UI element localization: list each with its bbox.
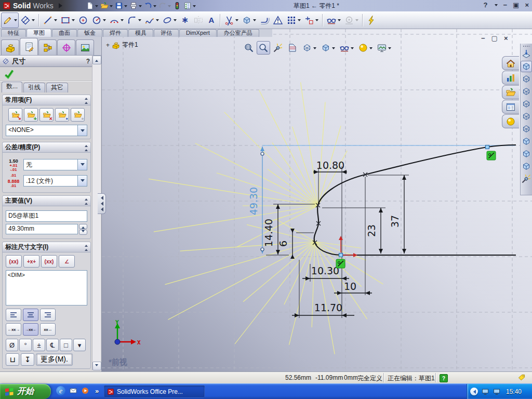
command-tab[interactable]: 办公室产品	[217, 29, 259, 37]
doc-minimize-button[interactable]: −	[481, 34, 485, 42]
command-tab[interactable]: DimXpert	[179, 29, 217, 37]
ellipse-button[interactable]	[161, 12, 178, 28]
appearances-scenes-tab[interactable]	[502, 114, 519, 128]
show-desktop-icon[interactable]	[69, 387, 77, 395]
zoom-to-fit-button[interactable]	[242, 41, 256, 55]
collapse-chevron-icon[interactable]	[85, 143, 88, 151]
command-tab[interactable]: 钣金	[77, 29, 102, 37]
help-dropdown-icon[interactable]	[495, 4, 498, 8]
file-explorer-tab[interactable]	[502, 85, 519, 99]
align-right-button[interactable]	[40, 309, 56, 321]
dimension-name-input[interactable]: D5@草图1	[6, 210, 87, 222]
circle-button[interactable]	[90, 12, 108, 28]
align-left-button[interactable]	[6, 309, 21, 321]
front-view-button[interactable]	[521, 73, 532, 85]
endpoint-grip[interactable]	[486, 145, 489, 149]
normal-to-button[interactable]	[521, 48, 532, 60]
relation-badge-tangent[interactable]	[487, 151, 496, 160]
scroll-down-button[interactable]	[92, 362, 101, 370]
arc-button[interactable]	[108, 12, 125, 28]
configuration-manager-tab[interactable]	[38, 39, 57, 55]
doc-restore-button[interactable]: ▢	[491, 34, 498, 42]
annotation-button[interactable]	[271, 12, 285, 28]
command-tab[interactable]: 评估	[154, 29, 179, 37]
align-center-button[interactable]	[23, 309, 38, 321]
dimension-text-option-button[interactable]: (xx)	[6, 255, 22, 268]
doc-close-button[interactable]: ×	[504, 34, 508, 42]
hole-symbol-button[interactable]: ⊔	[6, 353, 19, 366]
symbol-button[interactable]: □	[60, 339, 72, 351]
favorites-dropdown[interactable]: <NONE>	[6, 125, 87, 136]
zoom-to-area-button[interactable]	[257, 41, 270, 55]
hide-show-items-button[interactable]	[338, 41, 355, 55]
dimension-49-30-selected[interactable]: 49.30	[248, 145, 515, 254]
start-button[interactable]: 开始	[0, 384, 51, 399]
interrupt-traffic-light-button[interactable]	[172, 1, 182, 11]
design-checker-button[interactable]	[183, 1, 196, 11]
symbol-button[interactable]: ▾	[73, 339, 86, 351]
mirror-entities-button[interactable]	[192, 12, 205, 28]
property-manager-tab[interactable]	[20, 38, 38, 55]
save-button[interactable]	[114, 1, 128, 11]
taskbar-task-solidworks[interactable]: SolidWorks Office Pre...	[104, 385, 205, 398]
display-relations-button[interactable]	[325, 12, 342, 28]
dimension-circle-button[interactable]	[342, 12, 360, 28]
quick-tips-button[interactable]: ?	[440, 374, 448, 382]
dropdown-arrow-icon[interactable]	[77, 125, 87, 136]
shaded-with-edges-button[interactable]	[521, 136, 532, 147]
endpoint-grip[interactable]	[339, 254, 343, 257]
relation-badge-tangent[interactable]	[336, 259, 345, 268]
dimension-value-input[interactable]: 49.30mm	[6, 224, 78, 234]
top-view-button[interactable]	[521, 123, 532, 135]
design-library-tab[interactable]	[502, 71, 519, 85]
sub-tab[interactable]: 数...	[2, 82, 22, 92]
dimensions[interactable]: 10.80 23 37 14.40 6 10.30 10	[263, 159, 406, 317]
offset-entities-button[interactable]	[258, 12, 271, 28]
dimension-text-area[interactable]: <DIM>	[6, 270, 87, 305]
internet-explorer-icon[interactable]: e	[56, 386, 65, 395]
dimxpert-manager-tab[interactable]	[57, 39, 75, 55]
more-symbols-button[interactable]: 更多(M).	[36, 353, 73, 366]
right-view-button[interactable]	[521, 111, 532, 122]
hole-symbol-button[interactable]: ↧	[21, 353, 34, 366]
restore-button[interactable]: ▣	[513, 1, 519, 9]
sketch-text-button[interactable]: A	[205, 12, 218, 28]
wireframe-button[interactable]	[521, 161, 532, 172]
symbol-button[interactable]: °	[19, 339, 32, 351]
justify-button[interactable]: →xx←	[23, 323, 38, 336]
dimension-grip[interactable]	[261, 248, 264, 251]
tags-icon[interactable]	[517, 374, 526, 382]
symbol-button[interactable]: Ø	[6, 339, 18, 351]
linear-sketch-pattern-button[interactable]	[285, 12, 302, 28]
close-button[interactable]: ×	[525, 1, 529, 9]
dimension-text-option-button[interactable]: +x+	[23, 255, 39, 268]
collapse-chevron-icon[interactable]	[85, 96, 88, 104]
previous-view-button[interactable]	[271, 41, 285, 55]
panel-help-button[interactable]: ?	[86, 58, 91, 65]
justify-button[interactable]: ←xx→	[6, 323, 21, 336]
favorite-button[interactable]: ▪	[55, 108, 69, 122]
section-view-button[interactable]	[286, 41, 299, 55]
part-name[interactable]: 零件1	[122, 41, 138, 49]
sketch-button[interactable]	[1, 12, 19, 28]
collapse-chevron-icon[interactable]	[85, 243, 88, 251]
tree-expand-icon[interactable]: +	[106, 42, 110, 49]
view-palette-tab[interactable]	[502, 100, 519, 114]
convert-entities-button[interactable]	[240, 12, 258, 28]
sketch-fillet-button[interactable]	[125, 12, 143, 28]
media-player-icon[interactable]	[81, 387, 89, 395]
smart-dimension-button[interactable]	[19, 12, 36, 28]
isometric-view-button[interactable]	[521, 61, 532, 72]
undo-button[interactable]	[143, 1, 157, 11]
trim-entities-button[interactable]	[222, 12, 240, 28]
spin-down-button[interactable]	[79, 230, 87, 235]
favorite-button[interactable]: +	[24, 108, 38, 122]
network-icon[interactable]	[481, 388, 489, 396]
left-view-button[interactable]	[521, 98, 532, 110]
apply-scene-button[interactable]	[375, 41, 393, 55]
dimension-text-option-button[interactable]: ∠	[59, 255, 75, 268]
tolerance-dropdown[interactable]: 无	[23, 159, 87, 170]
print-button[interactable]	[129, 1, 142, 11]
sketch-viewport[interactable]: 49.30 10.80 23 37 14.40 6	[102, 29, 532, 371]
help-button[interactable]: ?	[484, 1, 488, 9]
